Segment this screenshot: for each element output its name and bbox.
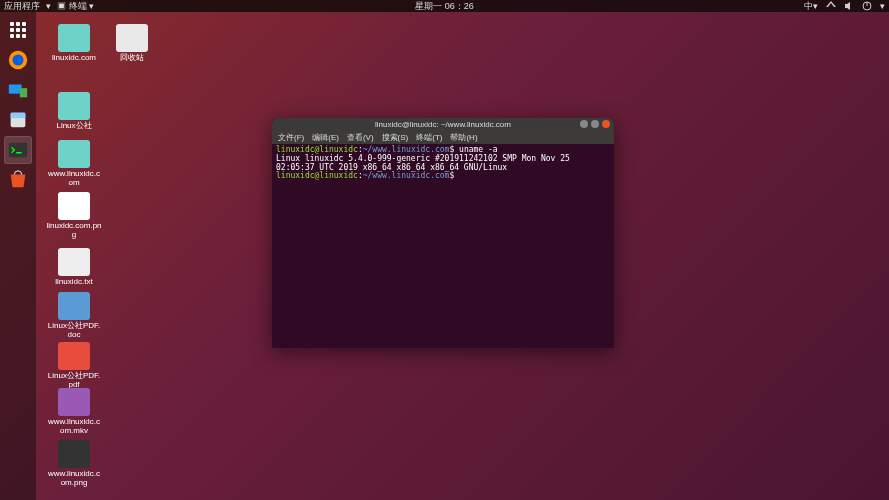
- terminal-body[interactable]: linuxidc@linuxidc:~/www.linuxidc.com$ un…: [272, 144, 614, 348]
- desktop-icon[interactable]: linuxidc.com.png: [46, 192, 102, 240]
- firefox-launcher[interactable]: [4, 46, 32, 74]
- desktop-icon[interactable]: linuxidc.com: [46, 24, 102, 63]
- network-icon[interactable]: [826, 1, 836, 11]
- file-icon: [58, 92, 90, 120]
- close-button[interactable]: [602, 120, 610, 128]
- desktop-icon[interactable]: www.linuxidc.com: [46, 140, 102, 188]
- icon-label: Linux公社: [46, 122, 102, 131]
- clock[interactable]: 星期一 06：26: [415, 1, 474, 11]
- icon-label: linuxidc.com.png: [46, 222, 102, 240]
- file-icon: [58, 192, 90, 220]
- terminal-menubar: 文件(F)编辑(E)查看(V)搜索(S)终端(T)帮助(H): [272, 130, 614, 144]
- file-icon: [58, 440, 90, 468]
- terminal-menu-item[interactable]: 查看(V): [347, 132, 374, 143]
- maximize-button[interactable]: [591, 120, 599, 128]
- volume-icon[interactable]: [844, 1, 854, 11]
- icon-label: linuxidc.txt: [46, 278, 102, 287]
- svg-rect-4: [20, 88, 27, 97]
- desktop-icon[interactable]: linuxidc.txt: [46, 248, 102, 287]
- file-icon: [58, 248, 90, 276]
- desktop-icon[interactable]: Linux公社PDF.pdf: [46, 342, 102, 390]
- minimize-button[interactable]: [580, 120, 588, 128]
- terminal-menu-item[interactable]: 帮助(H): [450, 132, 477, 143]
- terminal-titlebar[interactable]: linuxidc@linuxidc: ~/www.linuxidc.com: [272, 118, 614, 130]
- file-icon: [58, 388, 90, 416]
- file-icon: [58, 342, 90, 370]
- files-icon: [7, 109, 29, 131]
- icon-label: linuxidc.com: [46, 54, 102, 63]
- svg-rect-7: [9, 143, 27, 158]
- desktop-icon[interactable]: Linux公社PDF.doc: [46, 292, 102, 340]
- icon-label: 回收站: [104, 54, 160, 63]
- desktop-icon[interactable]: www.linuxidc.com.png: [46, 440, 102, 488]
- ime-indicator[interactable]: 中▾: [804, 0, 818, 13]
- software-launcher[interactable]: [4, 166, 32, 194]
- terminal-menu-item[interactable]: 文件(F): [278, 132, 304, 143]
- shopping-bag-icon: [7, 169, 29, 191]
- file-icon: [58, 24, 90, 52]
- terminal-menu-item[interactable]: 终端(T): [416, 132, 442, 143]
- dock: [0, 12, 36, 500]
- terminal-menu-indicator[interactable]: ▣ 终端 ▾: [57, 0, 94, 13]
- terminal-launcher[interactable]: [4, 136, 32, 164]
- power-dropdown-icon[interactable]: ▾: [880, 1, 885, 11]
- svg-point-2: [13, 55, 24, 66]
- grid-icon: [10, 22, 26, 38]
- devices-launcher[interactable]: [4, 76, 32, 104]
- devices-icon: [7, 79, 29, 101]
- icon-label: Linux公社PDF.doc: [46, 322, 102, 340]
- terminal-menu-item[interactable]: 编辑(E): [312, 132, 339, 143]
- icon-label: Linux公社PDF.pdf: [46, 372, 102, 390]
- terminal-window[interactable]: linuxidc@linuxidc: ~/www.linuxidc.com 文件…: [272, 118, 614, 348]
- apps-menu[interactable]: 应用程序: [4, 0, 40, 13]
- terminal-title: linuxidc@linuxidc: ~/www.linuxidc.com: [375, 120, 511, 129]
- file-icon: [116, 24, 148, 52]
- firefox-icon: [7, 49, 29, 71]
- dash-button[interactable]: [4, 16, 32, 44]
- top-bar: 应用程序 ▾ ▣ 终端 ▾ 星期一 06：26 中▾ ▾: [0, 0, 889, 12]
- desktop-icon[interactable]: www.linuxidc.com.mkv: [46, 388, 102, 436]
- files-launcher[interactable]: [4, 106, 32, 134]
- svg-rect-6: [11, 113, 26, 119]
- desktop-icon[interactable]: 回收站: [104, 24, 160, 63]
- svg-rect-3: [9, 85, 22, 94]
- icon-label: www.linuxidc.com: [46, 170, 102, 188]
- terminal-icon: [7, 139, 29, 161]
- desktop-icon[interactable]: Linux公社: [46, 92, 102, 131]
- terminal-menu-item[interactable]: 搜索(S): [382, 132, 409, 143]
- power-icon[interactable]: [862, 1, 872, 11]
- apps-dropdown-icon[interactable]: ▾: [46, 1, 51, 11]
- icon-label: www.linuxidc.com.png: [46, 470, 102, 488]
- file-icon: [58, 140, 90, 168]
- file-icon: [58, 292, 90, 320]
- icon-label: www.linuxidc.com.mkv: [46, 418, 102, 436]
